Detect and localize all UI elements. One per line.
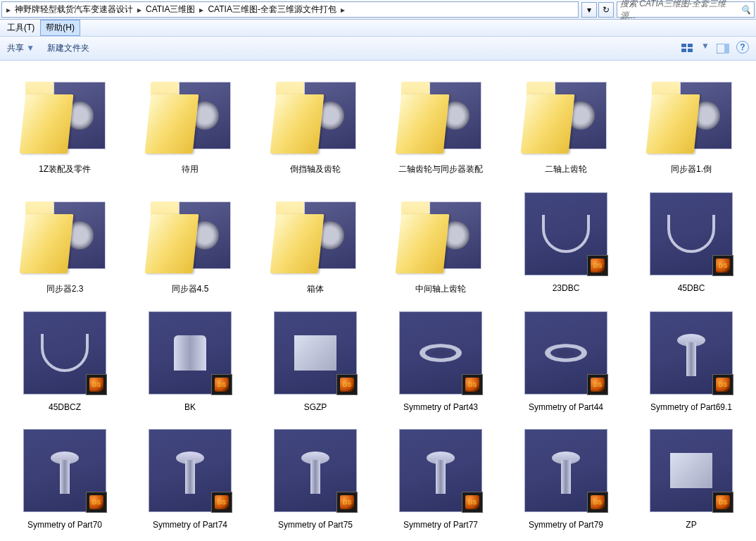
chevron-right-icon[interactable]: ▸	[339, 5, 346, 15]
folder-item[interactable]: 1Z装配及零件	[3, 66, 127, 182]
breadcrumb-item[interactable]: 神野牌轻型载货汽车变速器设计	[12, 4, 136, 15]
menu-tools[interactable]: 工具(T)	[1, 20, 40, 36]
item-label: 箱体	[307, 283, 324, 295]
chevron-right-icon[interactable]: ▸	[198, 5, 205, 15]
item-label: ZP	[686, 520, 696, 530]
item-label: 待用	[182, 163, 199, 175]
chevron-right-icon[interactable]: ▸	[5, 5, 12, 15]
folder-icon	[145, 189, 235, 279]
catia-badge-icon	[86, 374, 107, 395]
folder-icon	[270, 189, 360, 279]
menu-help[interactable]: 帮助(H)	[40, 20, 80, 36]
part-thumbnail	[145, 425, 235, 516]
file-item[interactable]: ZP	[629, 423, 753, 536]
svg-rect-3	[688, 49, 693, 52]
help-button[interactable]: ?	[736, 41, 749, 54]
share-button[interactable]: 共享 ▼	[7, 42, 34, 54]
breadcrumb-item[interactable]: CATIA三维图-全套三维源文件打包	[205, 4, 339, 15]
part-thumbnail	[20, 308, 110, 398]
item-label: Symmetry of Part69.1	[650, 402, 732, 412]
file-item[interactable]: Symmetry of Part69.1	[629, 305, 753, 418]
breadcrumb[interactable]: ▸ 神野牌轻型载货汽车变速器设计 ▸ CATIA三维图 ▸ CATIA三维图-全…	[1, 1, 579, 18]
folder-item[interactable]: 箱体	[253, 186, 377, 301]
menu-bar: 工具(T) 帮助(H)	[0, 20, 756, 37]
catia-badge-icon	[587, 374, 608, 395]
file-grid: 1Z装配及零件待用倒挡轴及齿轮二轴齿轮与同步器装配二轴上齿轮同步器1.倒同步器2…	[0, 61, 756, 541]
item-label: 二轴齿轮与同步器装配	[398, 163, 483, 175]
file-item[interactable]: 23DBC	[504, 186, 628, 301]
file-item[interactable]: Symmetry of Part79	[504, 423, 628, 536]
file-item[interactable]: Symmetry of Part44	[504, 305, 628, 418]
file-item[interactable]: Symmetry of Part43	[379, 305, 503, 418]
item-label: SGZP	[304, 402, 327, 412]
item-label: 同步器2.3	[46, 283, 84, 295]
history-dropdown-button[interactable]: ▾	[581, 2, 597, 18]
file-item[interactable]: 45DBC	[629, 186, 753, 301]
svg-rect-5	[724, 44, 729, 54]
folder-item[interactable]: 同步器2.3	[3, 186, 127, 301]
svg-rect-0	[681, 44, 686, 47]
item-label: Symmetry of Part43	[403, 402, 478, 412]
item-label: BK	[184, 402, 196, 412]
catia-badge-icon	[211, 492, 232, 513]
folder-item[interactable]: 二轴齿轮与同步器装配	[379, 66, 503, 182]
item-label: Symmetry of Part75	[278, 520, 353, 530]
catia-badge-icon	[462, 492, 483, 513]
part-thumbnail	[521, 425, 611, 516]
part-thumbnail	[646, 189, 736, 279]
folder-item[interactable]: 倒挡轴及齿轮	[253, 66, 377, 182]
catia-badge-icon	[712, 255, 733, 276]
catia-badge-icon	[211, 374, 232, 395]
folder-icon	[521, 69, 611, 159]
item-label: Symmetry of Part79	[529, 520, 603, 530]
item-label: 45DBC	[678, 283, 705, 293]
part-thumbnail	[270, 425, 360, 516]
folder-icon	[145, 69, 235, 159]
new-folder-button[interactable]: 新建文件夹	[47, 42, 89, 54]
part-thumbnail	[20, 425, 110, 516]
file-item[interactable]: Symmetry of Part75	[253, 423, 377, 536]
folder-icon	[270, 69, 360, 159]
part-thumbnail	[270, 308, 360, 398]
part-thumbnail	[396, 308, 486, 398]
folder-item[interactable]: 中间轴上齿轮	[379, 186, 503, 301]
part-thumbnail	[521, 189, 611, 279]
item-label: 同步器1.倒	[671, 163, 712, 175]
refresh-button[interactable]: ↻	[598, 2, 614, 18]
part-thumbnail	[145, 308, 235, 398]
address-buttons: ▾ ↻	[580, 0, 615, 19]
search-icon[interactable]: 🔍	[741, 5, 751, 15]
part-thumbnail	[646, 425, 736, 516]
folder-item[interactable]: 同步器4.5	[128, 186, 252, 301]
search-input[interactable]: 搜索 CATIA三维图-全套三维源... 🔍	[617, 1, 755, 18]
file-item[interactable]: SGZP	[253, 305, 377, 418]
file-item[interactable]: BK	[128, 305, 252, 418]
catia-badge-icon	[712, 374, 733, 395]
folder-item[interactable]: 待用	[128, 66, 252, 182]
file-item[interactable]: Symmetry of Part77	[379, 423, 503, 536]
preview-pane-button[interactable]	[715, 41, 731, 56]
part-thumbnail	[521, 308, 611, 398]
part-thumbnail	[646, 308, 736, 398]
item-label: 同步器4.5	[172, 283, 209, 295]
breadcrumb-item[interactable]: CATIA三维图	[143, 4, 198, 15]
file-item[interactable]: Symmetry of Part74	[128, 423, 252, 536]
svg-rect-1	[688, 44, 693, 47]
folder-item[interactable]: 同步器1.倒	[629, 66, 753, 182]
address-bar: ▸ 神野牌轻型载货汽车变速器设计 ▸ CATIA三维图 ▸ CATIA三维图-全…	[0, 0, 756, 20]
view-options-button[interactable]	[680, 41, 695, 56]
svg-rect-2	[681, 49, 686, 52]
file-item[interactable]: Symmetry of Part70	[3, 423, 127, 536]
catia-badge-icon	[587, 255, 608, 276]
item-label: Symmetry of Part70	[27, 520, 102, 530]
item-label: 二轴上齿轮	[545, 163, 587, 175]
view-dropdown-icon[interactable]: ▼	[701, 41, 710, 56]
chevron-right-icon[interactable]: ▸	[136, 5, 143, 15]
folder-icon	[20, 189, 110, 279]
folder-item[interactable]: 二轴上齿轮	[504, 66, 628, 182]
catia-badge-icon	[336, 374, 358, 395]
command-bar: 共享 ▼ 新建文件夹 ▼ ?	[0, 37, 756, 61]
part-thumbnail	[396, 425, 486, 516]
catia-badge-icon	[336, 492, 358, 513]
file-item[interactable]: 45DBCZ	[3, 305, 127, 418]
